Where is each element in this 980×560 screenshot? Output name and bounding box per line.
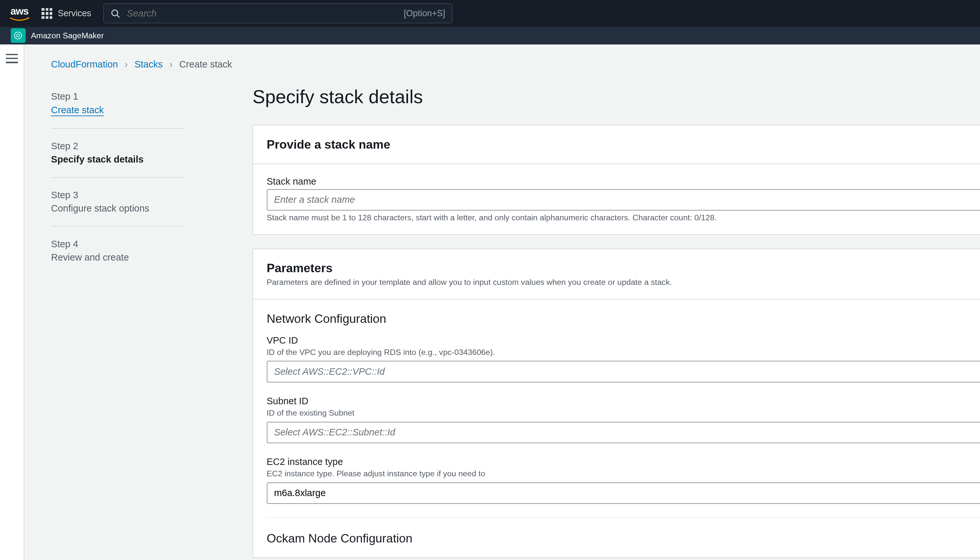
- step-3-title: Configure stack options: [51, 203, 185, 214]
- stack-name-hint: Stack name must be 1 to 128 characters, …: [267, 213, 980, 222]
- wizard-step-3: Step 3 Configure stack options: [51, 177, 185, 226]
- global-search[interactable]: [Option+S]: [103, 3, 452, 23]
- hamburger-icon: [6, 54, 18, 63]
- search-input[interactable]: [127, 8, 397, 19]
- step-1-link[interactable]: Create stack: [51, 105, 104, 116]
- wizard-step-4: Step 4 Review and create: [51, 226, 185, 275]
- aws-logo[interactable]: aws: [9, 5, 30, 21]
- vpc-id-desc: ID of the VPC you are deploying RDS into…: [267, 348, 980, 357]
- page-title: Specify stack details: [252, 86, 980, 107]
- wizard-step-1[interactable]: Step 1 Create stack: [51, 86, 185, 128]
- services-menu-button[interactable]: Services: [42, 8, 91, 19]
- svg-point-7: [17, 34, 20, 37]
- vpc-id-label: VPC ID: [267, 335, 980, 346]
- chevron-right-icon: ›: [125, 59, 128, 70]
- step-2-title: Specify stack details: [51, 154, 185, 165]
- sagemaker-icon[interactable]: [11, 28, 26, 43]
- parameters-subtext: Parameters are defined in your template …: [267, 278, 980, 287]
- svg-point-0: [112, 10, 118, 16]
- top-nav: aws Services [Option+S] N. California: [0, 0, 980, 27]
- subnet-id-field: Subnet ID ID of the existing Subnet Sele…: [267, 396, 980, 443]
- vpc-id-select[interactable]: Select AWS::EC2::VPC::Id: [267, 361, 980, 382]
- parameters-panel: Parameters Parameters are defined in you…: [252, 248, 980, 558]
- section-ockam-node-config: Ockam Node Configuration: [267, 517, 980, 545]
- nav-drawer-toggle[interactable]: [0, 45, 24, 560]
- search-shortcut-label: [Option+S]: [404, 8, 445, 18]
- chevron-right-icon: ›: [169, 59, 173, 70]
- svg-point-6: [15, 32, 22, 39]
- service-bar: Amazon SageMaker: [0, 27, 980, 45]
- breadcrumb: CloudFormation › Stacks › Create stack: [51, 59, 980, 70]
- stack-name-input[interactable]: [267, 189, 980, 210]
- grid-icon: [42, 8, 52, 19]
- svg-line-1: [117, 15, 119, 18]
- search-icon: [111, 9, 120, 18]
- subnet-id-select[interactable]: Select AWS::EC2::Subnet::Id: [267, 422, 980, 443]
- services-label: Services: [58, 8, 91, 18]
- ec2-type-input[interactable]: [267, 482, 980, 504]
- breadcrumb-stacks[interactable]: Stacks: [134, 59, 163, 70]
- subnet-id-label: Subnet ID: [267, 396, 980, 407]
- step-4-title: Review and create: [51, 252, 185, 263]
- section-network-config: Network Configuration: [267, 312, 980, 326]
- subnet-id-desc: ID of the existing Subnet: [267, 408, 980, 418]
- stack-name-header: Provide a stack name: [267, 138, 980, 152]
- breadcrumb-current: Create stack: [179, 59, 232, 70]
- ec2-instance-type-field: EC2 instance type EC2 instance type. Ple…: [267, 457, 980, 504]
- breadcrumb-cloudformation[interactable]: CloudFormation: [51, 59, 118, 70]
- service-name[interactable]: Amazon SageMaker: [31, 31, 104, 40]
- wizard-step-2: Step 2 Specify stack details: [51, 128, 185, 177]
- ec2-type-desc: EC2 instance type. Please adjust instanc…: [267, 469, 980, 478]
- ec2-type-label: EC2 instance type: [267, 457, 980, 467]
- stack-name-panel: Provide a stack name Stack name Stack na…: [252, 125, 980, 235]
- vpc-id-field: VPC ID ID of the VPC you are deploying R…: [267, 335, 980, 383]
- wizard-steps: Step 1 Create stack Step 2 Specify stack…: [51, 86, 185, 560]
- stack-name-label: Stack name: [267, 176, 980, 187]
- parameters-header: Parameters: [267, 261, 980, 275]
